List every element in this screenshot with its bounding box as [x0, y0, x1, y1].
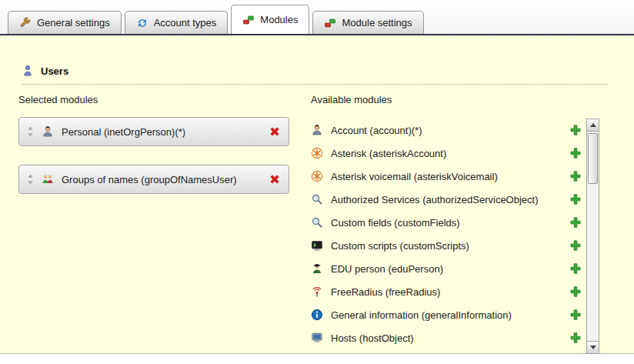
blocks-icon: [324, 17, 336, 29]
info-icon: [311, 309, 323, 321]
available-module-row: Custom scripts (customScripts): [311, 234, 582, 257]
tab-general-settings[interactable]: General settings: [8, 11, 122, 34]
terminal-icon: [311, 239, 323, 252]
available-module-label: Hosts (hostObject): [331, 332, 414, 344]
available-module-row: Authorized Services (authorizedServiceOb…: [311, 188, 582, 211]
tab-underline: [0, 34, 634, 35]
red-x-icon[interactable]: [269, 173, 281, 185]
antenna-icon: [311, 286, 323, 298]
tab-label: General settings: [37, 17, 110, 28]
selected-module-row: Personal (inetOrgPerson)(*): [18, 117, 289, 146]
scrollbar-up-button[interactable]: [587, 119, 599, 132]
tab-label: Modules: [260, 14, 298, 25]
up-arrow-icon: [590, 123, 596, 127]
available-module-row: Asterisk (asteriskAccount): [311, 142, 582, 165]
available-module-label: Custom scripts (customScripts): [331, 240, 469, 252]
green-plus-icon[interactable]: [569, 216, 582, 229]
selected-module-row: Groups of names (groupOfNamesUser): [18, 165, 289, 194]
magnifier-icon: [311, 193, 323, 205]
asterisk-icon: [311, 170, 323, 182]
green-plus-icon[interactable]: [569, 124, 582, 136]
available-module-row: General information (generalInformation): [311, 303, 582, 326]
person-icon: [311, 124, 323, 136]
scrollbar-track[interactable]: [587, 132, 599, 341]
green-plus-icon[interactable]: [569, 262, 582, 275]
available-modules-scrollbar[interactable]: [586, 119, 599, 354]
available-module-row: Account (account)(*): [311, 119, 582, 142]
available-module-label: Authorized Services (authorizedServiceOb…: [331, 194, 539, 205]
available-module-row: Asterisk voicemail (asteriskVoicemail): [311, 165, 582, 188]
available-module-label: Account (account)(*): [331, 125, 422, 136]
selected-modules-heading: Selected modules: [18, 94, 98, 105]
green-plus-icon[interactable]: [569, 193, 582, 205]
scrollbar-thumb[interactable]: [588, 133, 598, 184]
asterisk-icon: [311, 147, 323, 159]
available-module-row: Custom fields (customFields): [311, 211, 582, 234]
user-figure-icon: [22, 65, 34, 77]
red-x-icon[interactable]: [269, 125, 281, 138]
available-module-label: FreeRadius (freeRadius): [331, 286, 440, 298]
group-icon: [42, 173, 54, 185]
tab-label: Account types: [154, 17, 217, 28]
available-module-row: Hosts (hostObject): [311, 326, 582, 349]
selected-module-label: Groups of names (groupOfNamesUser): [62, 174, 237, 185]
section-title: Users: [41, 65, 68, 77]
green-plus-icon[interactable]: [569, 239, 582, 252]
available-module-label: Custom fields (customFields): [331, 217, 460, 229]
tab-label: Module settings: [342, 17, 412, 28]
available-modules-heading: Available modules: [311, 94, 392, 105]
green-plus-icon[interactable]: [569, 147, 582, 159]
modules-panel: Users Selected modules Available modules…: [0, 35, 634, 354]
green-plus-icon[interactable]: [569, 309, 582, 321]
available-module-label: EDU person (eduPerson): [331, 263, 443, 275]
tab-modules[interactable]: Modules: [231, 5, 309, 34]
up-down-arrows-icon[interactable]: [27, 173, 34, 185]
graduate-icon: [311, 262, 323, 275]
available-module-row: FreeRadius (freeRadius): [311, 280, 582, 303]
scrollbar-down-button[interactable]: [587, 341, 599, 353]
available-module-label: Asterisk (asteriskAccount): [331, 148, 446, 159]
down-arrow-icon: [590, 346, 596, 349]
magnifier-icon: [311, 216, 323, 229]
up-down-arrows-icon[interactable]: [27, 125, 34, 138]
section-header-users: Users: [22, 65, 608, 85]
blocks-icon: [242, 14, 255, 26]
available-module-label: Asterisk voicemail (asteriskVoicemail): [331, 171, 498, 182]
green-plus-icon[interactable]: [569, 170, 582, 182]
green-plus-icon[interactable]: [569, 332, 582, 344]
tab-bar: General settings Account types Modules M…: [0, 0, 634, 35]
tab-module-settings[interactable]: Module settings: [312, 11, 423, 34]
config-window: General settings Account types Modules M…: [0, 0, 634, 364]
person-icon: [42, 125, 54, 138]
wrench-icon: [19, 17, 32, 29]
available-module-row: EDU person (eduPerson): [311, 257, 582, 280]
available-module-label: General information (generalInformation): [331, 309, 512, 321]
computer-icon: [311, 332, 323, 344]
tab-account-types[interactable]: Account types: [125, 11, 229, 34]
green-plus-icon[interactable]: [569, 286, 582, 298]
available-modules-list: Account (account)(*) Asterisk (asteriskA…: [311, 119, 582, 349]
selected-module-label: Personal (inetOrgPerson)(*): [62, 126, 185, 138]
refresh-icon: [136, 17, 148, 29]
